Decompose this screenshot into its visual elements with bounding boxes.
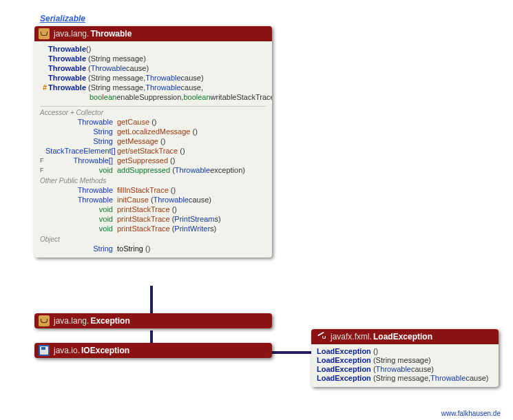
class-name: IOException <box>81 346 129 355</box>
ctor-row-cont: boolean enableSuppression, boolean writa… <box>40 92 266 102</box>
method-row: String toString () <box>40 244 266 253</box>
ctor-row: Throwable (String message) <box>40 54 266 63</box>
section-other: Other Public Methods <box>40 177 266 185</box>
footer-link[interactable]: www.falkhausen.de <box>441 410 501 417</box>
interface-serializable[interactable]: Serializable <box>40 14 85 23</box>
ctor-row: Throwable (String message, Throwable cau… <box>40 73 266 83</box>
ctor-row: LoadException (String message) <box>317 356 493 365</box>
class-name: LoadException <box>373 332 432 342</box>
method-row: F void addSuppressed ( Throwable excepti… <box>40 165 266 175</box>
method-row: void printStackTrace ( PrintWriter s) <box>40 224 266 233</box>
pkg-label: java.io. <box>54 346 80 355</box>
coffee-icon <box>39 28 50 39</box>
class-header-ioexception[interactable]: java.io. IOException <box>34 343 272 358</box>
wrench-icon <box>315 331 326 342</box>
pkg-label: java.lang. <box>54 316 89 326</box>
class-body-loadexception: LoadException () LoadException (String m… <box>311 344 499 387</box>
class-body-throwable: Throwable () Throwable (String message) … <box>34 41 272 258</box>
class-name: Exception <box>90 316 129 326</box>
ctor-row: LoadException ( Throwable cause) <box>317 365 493 374</box>
section-object: Object <box>40 235 266 243</box>
ctor-row: LoadException () <box>317 347 493 356</box>
ctor-row: Throwable () <box>40 44 266 54</box>
connector-ioexception-loadexception <box>269 351 313 354</box>
method-row: void printStackTrace ( PrintStream s) <box>40 214 266 224</box>
ctor-row: # Throwable (String message, Throwable c… <box>40 83 266 92</box>
method-row: F Throwable[] getSuppressed () <box>40 156 266 165</box>
connector-throwable-exception <box>150 286 153 317</box>
method-row: StackTraceElement[] get/setStackTrace () <box>40 146 266 156</box>
class-throwable: java.lang. Throwable Throwable () Throwa… <box>34 26 272 258</box>
ctor-row: LoadException (String message, Throwable… <box>317 374 493 383</box>
class-loadexception: javafx.fxml. LoadException LoadException… <box>311 329 499 387</box>
class-exception: java.lang. Exception <box>34 313 272 328</box>
method-row: Throwable initCause ( Throwable cause) <box>40 195 266 204</box>
class-header-loadexception[interactable]: javafx.fxml. LoadException <box>311 329 499 344</box>
class-name: Throwable <box>90 29 132 39</box>
class-header-exception[interactable]: java.lang. Exception <box>34 313 272 328</box>
ctor-row: Throwable ( Throwable cause) <box>40 63 266 73</box>
coffee-icon <box>39 315 50 326</box>
class-ioexception: java.io. IOException <box>34 343 272 358</box>
disk-icon <box>39 345 50 356</box>
pkg-label: javafx.fxml. <box>331 332 372 342</box>
class-header-throwable[interactable]: java.lang. Throwable <box>34 26 272 41</box>
section-accessor: Accessor + Collector <box>40 109 266 116</box>
method-row: String getMessage () <box>40 136 266 146</box>
method-row: Throwable getCause () <box>40 117 266 127</box>
method-row: Throwable fillInStackTrace () <box>40 185 266 195</box>
method-row: void printStackTrace () <box>40 204 266 214</box>
pkg-label: java.lang. <box>54 29 89 39</box>
method-row: String getLocalizedMessage () <box>40 127 266 136</box>
